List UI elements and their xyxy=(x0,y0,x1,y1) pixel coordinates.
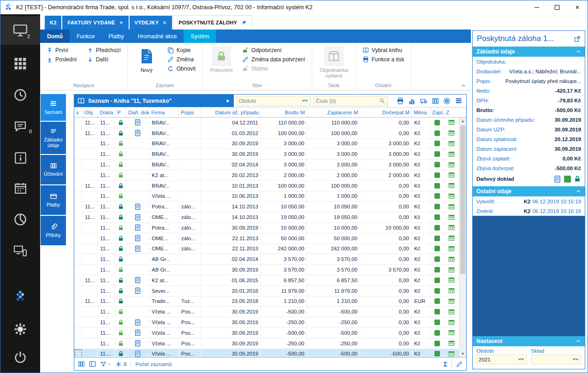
view-columns-icon[interactable] xyxy=(78,361,85,367)
open-in-window-icon[interactable] xyxy=(574,36,581,42)
column-header-docerp[interactable]: Dočerpat M xyxy=(360,107,412,117)
minimize-button[interactable] xyxy=(527,0,547,14)
collapse-icon[interactable] xyxy=(576,338,581,344)
column-header-dokla[interactable]: Dokla xyxy=(98,107,115,117)
quick-edit-icon[interactable] xyxy=(456,361,463,367)
confirm-button[interactable]: Potvrzení xyxy=(207,46,236,73)
column-header-mena[interactable]: Měna xyxy=(412,107,430,117)
close-button[interactable] xyxy=(567,0,588,14)
sidebar-item-settings[interactable] xyxy=(0,315,40,343)
copy-record-button[interactable]: Kopie xyxy=(166,46,197,55)
collapse-icon[interactable] xyxy=(576,49,581,54)
detail-panel-icon[interactable] xyxy=(89,361,96,367)
table-row[interactable]: 11... 11... BRAV... 04.12.2011 110 000,0… xyxy=(74,118,459,128)
period-select[interactable]: 2021 xyxy=(476,355,527,364)
chart-icon[interactable] xyxy=(408,97,416,105)
section-header-zakladni-udaje[interactable]: Základní údaje xyxy=(473,47,585,57)
filter-icon[interactable] xyxy=(100,361,111,367)
table-row[interactable]: 11... K2 at... 20.02.2013 2 000,00 2 000… xyxy=(74,170,459,181)
scrollbar-thumb[interactable] xyxy=(460,125,465,274)
view-tab-prilohy[interactable]: Přílohy xyxy=(41,216,66,245)
table-row[interactable]: 11... 11... Trade... Tuz... 23.05.2018 1… xyxy=(74,296,459,307)
table-row[interactable]: 11... Včela ... Pos... 30.09.2019 -250,0… xyxy=(74,338,459,349)
maximize-button[interactable] xyxy=(547,0,567,14)
column-header-p[interactable]: P xyxy=(115,107,126,117)
new-record-button[interactable]: Nový xyxy=(132,46,161,73)
number-search-input[interactable]: Číslo (0) xyxy=(313,96,388,106)
table-row[interactable]: 11... BRAV... 30.09.2019 3 000,00 3 000,… xyxy=(74,139,459,149)
pin-icon[interactable] xyxy=(241,20,247,26)
column-header-brutto[interactable]: Brutto M xyxy=(261,107,307,117)
ribbon-collapse-icon[interactable] xyxy=(461,83,466,89)
table-row[interactable]: 11... BRAV... 30.09.2019 3 000,00 3 000,… xyxy=(74,149,459,160)
sidebar-item-messages[interactable]: 0 xyxy=(0,112,40,141)
table-row[interactable]: 11... Včela ... 10.06.2013 1 000,00 1 00… xyxy=(74,191,459,202)
section-header-ostatni-udaje[interactable]: Ostatní údaje xyxy=(473,186,585,196)
warehouse-select[interactable] xyxy=(531,355,582,364)
refresh-button[interactable]: Obnovit xyxy=(166,64,197,73)
tab-close-icon[interactable] xyxy=(119,20,124,25)
tab-k2[interactable]: K2 xyxy=(45,16,61,30)
tab-faktury-vydane[interactable]: FAKTURY VYDANÉ xyxy=(62,16,128,30)
unconfirm-button[interactable]: Odpotvrzení xyxy=(240,46,307,55)
view-tab-uctovani[interactable]: Účtování xyxy=(41,155,66,184)
table-row[interactable]: 11... AB Gr... 30.09.2019 3 570,00 3 570… xyxy=(74,265,459,275)
nav-previous-button[interactable]: Předchozí xyxy=(85,46,123,55)
tab-vydejky[interactable]: VÝDEJKY xyxy=(130,16,172,30)
period-filter-input[interactable]: Období xyxy=(236,96,311,106)
settings-gear-icon[interactable] xyxy=(443,97,451,105)
ribbon-tab-hromadne-akce[interactable]: Hromadné akce xyxy=(131,30,184,43)
sidebar-item-history[interactable] xyxy=(0,81,40,109)
scroll-up-arrow[interactable]: ▲ xyxy=(459,118,466,124)
view-tab-platby[interactable]: Platby xyxy=(41,185,66,215)
nav-next-button[interactable]: Další xyxy=(85,55,123,64)
table-row[interactable]: 11... Potra... zálo... 30.09.2019 10 000… xyxy=(74,223,459,233)
sidebar-item-k2-logo[interactable] xyxy=(0,283,40,311)
table-row[interactable]: 11... Včela ... Pos... 30.09.2019 -250,0… xyxy=(74,317,459,328)
sum-icon[interactable]: Σ xyxy=(444,361,447,368)
table-row[interactable]: 11... 11... Potra... zálo... 14.10.2013 … xyxy=(74,201,459,212)
section-header-nastaveni[interactable]: Nastavení xyxy=(473,336,585,346)
column-header-zapl[interactable]: Zapl. xyxy=(430,107,444,117)
edit-record-button[interactable]: Změna xyxy=(166,55,197,64)
storno-button[interactable]: Storno xyxy=(240,64,307,73)
functions-print-button[interactable]: Funkce a tisk xyxy=(361,55,406,64)
nav-last-button[interactable]: Poslední xyxy=(45,55,79,64)
sidebar-item-desktops[interactable]: 2 xyxy=(0,16,40,45)
table-row[interactable]: 11... Včela ... Pos... 30.09.2019 -500,0… xyxy=(74,328,459,338)
select-book-button[interactable]: Vybrat knihu xyxy=(361,46,406,55)
sidebar-item-modules[interactable] xyxy=(0,49,40,78)
view-tab-seznam[interactable]: Seznam xyxy=(41,94,66,121)
column-header-z[interactable]: Z xyxy=(444,107,466,117)
sidebar-item-info[interactable] xyxy=(0,143,40,172)
tab-poskytnute-zalohy[interactable]: POSKYTNUTÉ ZÁLOHY xyxy=(173,15,252,30)
tab-close-icon[interactable] xyxy=(162,20,167,25)
column-header-datum[interactable]: Datum úč. případu xyxy=(201,107,261,117)
ribbon-tab-funkce[interactable]: Funkce xyxy=(70,30,101,43)
table-row[interactable]: 11... OME... zálo... 22.11.2013 50 000,0… xyxy=(74,233,459,244)
sidebar-item-calendar[interactable] xyxy=(0,174,40,202)
column-header-s[interactable]: s xyxy=(74,107,83,117)
print-icon[interactable] xyxy=(397,97,404,105)
table-row[interactable]: 11... Včela ... Pos... 30.09.2019 -500,0… xyxy=(74,349,459,357)
menu-icon[interactable] xyxy=(455,97,463,105)
change-confirm-date-button[interactable]: Změna data potvrzení xyxy=(240,55,307,64)
column-header-obj[interactable]: Obj. xyxy=(83,107,98,117)
ribbon-tab-system[interactable]: Systém xyxy=(184,30,216,43)
scroll-down-arrow[interactable]: ▼ xyxy=(459,350,466,357)
transport-icon[interactable] xyxy=(420,97,428,105)
columns-icon[interactable] xyxy=(432,97,439,105)
table-row[interactable]: 11... 11... BRAV... 10.01.2013 100 000,0… xyxy=(74,181,459,191)
table-row[interactable]: 11... BRAV... 02.04.2014 3 000,00 3 000,… xyxy=(74,160,459,170)
sidebar-item-devices[interactable] xyxy=(0,237,40,265)
jump-order-button[interactable]: Objednávka vydaná xyxy=(317,46,351,78)
ribbon-tab-domu[interactable]: Domů xyxy=(40,30,70,43)
sidebar-item-logout[interactable] xyxy=(0,343,40,371)
freeze-icon[interactable]: 0 xyxy=(115,361,126,367)
table-row[interactable]: 11... 11... BRAV... 01.03.2012 100 000,0… xyxy=(74,128,459,139)
table-row[interactable]: 11... Včela ... Pos... 30.09.2019 -500,0… xyxy=(74,307,459,317)
table-row[interactable]: 11... 11... OME... zálo... 14.10.2013 19… xyxy=(74,212,459,223)
column-header-popis[interactable]: Popis xyxy=(179,107,201,117)
view-tab-zakladni-udaje[interactable]: Základní údaje xyxy=(41,122,66,154)
column-header-dan[interactable]: Daň. dokl. xyxy=(126,107,149,117)
